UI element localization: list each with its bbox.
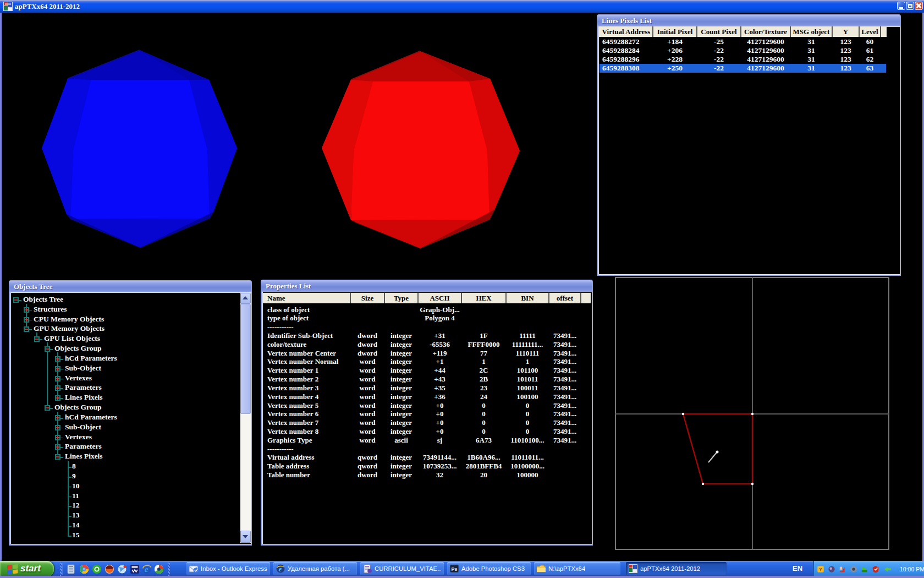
svg-text:Ps: Ps — [451, 566, 457, 572]
svg-text:Y: Y — [819, 567, 822, 572]
